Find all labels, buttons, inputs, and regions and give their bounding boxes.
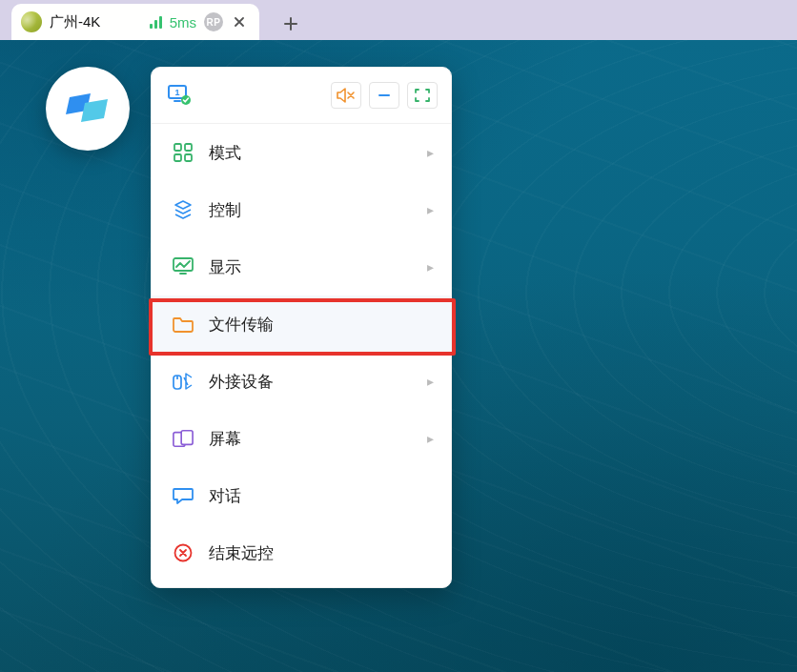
menu-item-mode[interactable]: 模式 ▸ bbox=[152, 124, 451, 181]
control-menu-panel: 1 模式 ▸ bbox=[151, 67, 452, 588]
menu-label: 屏幕 bbox=[209, 428, 241, 450]
svg-rect-10 bbox=[181, 431, 193, 445]
menu-label: 显示 bbox=[209, 256, 241, 278]
minimize-button[interactable] bbox=[369, 82, 399, 109]
tab-active[interactable]: 广州-4K 5ms RP bbox=[11, 4, 259, 40]
ping-label: 5ms bbox=[170, 14, 196, 31]
menu-label: 控制 bbox=[209, 199, 241, 221]
speaker-mute-icon bbox=[337, 87, 356, 104]
menu-label: 模式 bbox=[209, 142, 241, 164]
menu-label: 外接设备 bbox=[209, 371, 274, 393]
chevron-right-icon: ▸ bbox=[427, 431, 434, 446]
chevron-right-icon: ▸ bbox=[427, 259, 434, 275]
menu-item-screen[interactable]: 屏幕 ▸ bbox=[152, 410, 451, 467]
chat-icon bbox=[173, 485, 194, 506]
menu-item-control[interactable]: 控制 ▸ bbox=[152, 181, 451, 238]
rp-badge: RP bbox=[204, 12, 223, 31]
svg-rect-6 bbox=[185, 154, 192, 161]
menu-item-peripherals[interactable]: 外接设备 ▸ bbox=[152, 353, 451, 410]
screen-icon bbox=[173, 428, 194, 449]
mute-button[interactable] bbox=[331, 82, 361, 109]
menu-item-display[interactable]: 显示 ▸ bbox=[152, 238, 451, 295]
app-logo-button[interactable] bbox=[46, 67, 130, 151]
fullscreen-icon bbox=[414, 88, 431, 103]
menu-label: 文件传输 bbox=[209, 314, 274, 336]
new-tab-button[interactable] bbox=[275, 8, 307, 40]
mode-icon bbox=[173, 142, 194, 163]
todesk-logo-icon bbox=[64, 90, 112, 128]
control-icon bbox=[173, 199, 194, 220]
svg-rect-4 bbox=[185, 144, 192, 151]
tab-avatar bbox=[21, 11, 42, 32]
close-icon[interactable] bbox=[231, 13, 248, 31]
minimize-icon bbox=[377, 88, 392, 103]
menu-item-chat[interactable]: 对话 bbox=[152, 467, 451, 524]
monitor-status-icon[interactable]: 1 bbox=[165, 81, 194, 110]
svg-rect-3 bbox=[174, 144, 181, 151]
panel-top-bar: 1 bbox=[152, 77, 451, 124]
display-icon bbox=[173, 256, 194, 277]
menu-item-file-transfer[interactable]: 文件传输 bbox=[152, 295, 451, 353]
svg-rect-5 bbox=[174, 154, 181, 161]
menu-item-end-session[interactable]: 结束远控 bbox=[152, 524, 451, 581]
menu-label: 结束远控 bbox=[209, 542, 274, 564]
tab-bar: 广州-4K 5ms RP bbox=[0, 0, 797, 40]
peripherals-icon bbox=[173, 371, 194, 392]
chevron-right-icon: ▸ bbox=[427, 202, 434, 217]
folder-icon bbox=[173, 314, 194, 335]
signal-icon bbox=[150, 15, 162, 29]
close-circle-icon bbox=[173, 542, 194, 563]
menu-label: 对话 bbox=[209, 485, 241, 507]
svg-text:1: 1 bbox=[174, 88, 179, 97]
tab-title: 广州-4K bbox=[50, 13, 142, 31]
fullscreen-button[interactable] bbox=[407, 82, 438, 109]
chevron-right-icon: ▸ bbox=[427, 145, 434, 160]
svg-rect-7 bbox=[174, 258, 193, 271]
chevron-right-icon: ▸ bbox=[427, 374, 434, 389]
